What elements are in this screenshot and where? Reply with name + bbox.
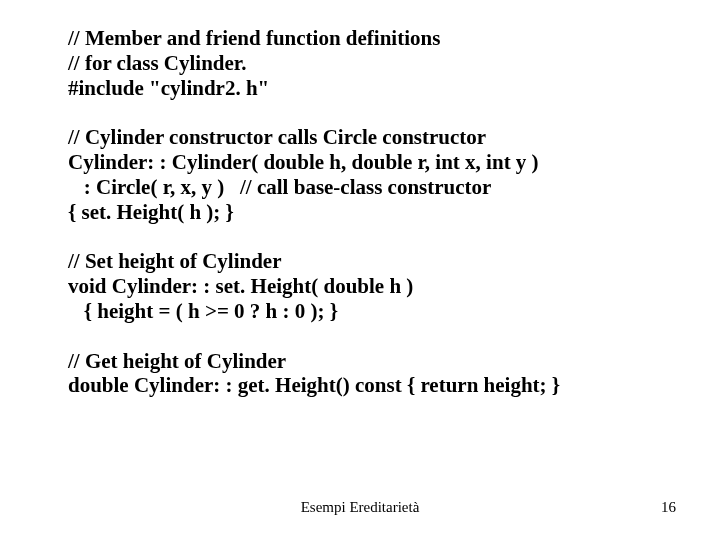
footer-title: Esempi Ereditarietà <box>0 499 720 516</box>
code-line: // for class Cylinder. <box>68 51 680 76</box>
code-line: // Cylinder constructor calls Circle con… <box>68 125 680 150</box>
blank-line <box>68 100 680 125</box>
blank-line <box>68 224 680 249</box>
code-line: // Set height of Cylinder <box>68 249 680 274</box>
code-line: Cylinder: : Cylinder( double h, double r… <box>68 150 680 175</box>
code-line: #include "cylindr2. h" <box>68 76 680 101</box>
code-line: // Member and friend function definition… <box>68 26 680 51</box>
blank-line <box>68 324 680 349</box>
slide: // Member and friend function definition… <box>0 0 720 540</box>
code-line: void Cylinder: : set. Height( double h ) <box>68 274 680 299</box>
page-number: 16 <box>661 499 676 516</box>
code-block: // Member and friend function definition… <box>68 26 680 398</box>
code-line: { set. Height( h ); } <box>68 200 680 225</box>
code-line: // Get height of Cylinder <box>68 349 680 374</box>
code-line: : Circle( r, x, y ) // call base-class c… <box>68 175 680 200</box>
code-line: double Cylinder: : get. Height() const {… <box>68 373 680 398</box>
code-line: { height = ( h >= 0 ? h : 0 ); } <box>68 299 680 324</box>
